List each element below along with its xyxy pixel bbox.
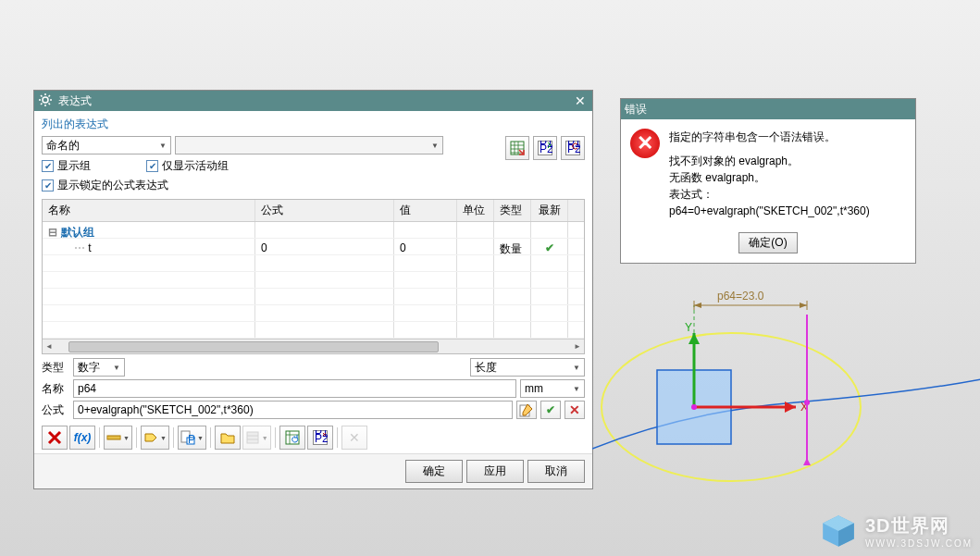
svg-point-0: [43, 97, 48, 103]
col-name[interactable]: 名称: [43, 200, 255, 221]
error-line3: 无函数 evalgraph。: [669, 169, 870, 186]
table-row[interactable]: ⋯ t 0 0 数量 ✔: [43, 239, 584, 255]
table-row[interactable]: [43, 272, 584, 289]
col-unit[interactable]: 单位: [457, 200, 494, 221]
error-titlebar[interactable]: 错误: [621, 99, 915, 119]
formula-edit-button[interactable]: [516, 401, 537, 419]
formula-accept-button[interactable]: ✔: [540, 401, 561, 419]
formula-input[interactable]: [73, 401, 513, 419]
name-input[interactable]: [73, 379, 516, 398]
origin-icon: [691, 404, 697, 410]
watermark: 3D世界网 WWW.3DSJW.COM: [819, 512, 973, 550]
section-header: 列出的表达式: [34, 111, 592, 136]
chevron-down-icon: ▼: [573, 364, 580, 372]
svg-marker-26: [694, 303, 701, 308]
sheet-p1-button[interactable]: P1=▼: [178, 426, 206, 450]
formula-reject-button[interactable]: ✕: [564, 401, 585, 419]
only-active-label: 仅显示活动组: [162, 158, 229, 174]
formula-label: 公式: [42, 402, 69, 418]
svg-marker-27: [800, 303, 807, 308]
error-dialog: 错误 ✕ 指定的字符串包含一个语法错误。 找不到对象的 evalgraph。 无…: [620, 98, 916, 264]
watermark-url: WWW.3DSJW.COM: [865, 538, 973, 549]
close-icon[interactable]: ✕: [572, 93, 589, 109]
unit-dropdown[interactable]: mm ▼: [520, 379, 585, 398]
toolbar: f(x) ▼ ▼ P1=▼ ▼ P1=P2= ✕: [34, 422, 592, 453]
chevron-down-icon: ▼: [431, 142, 439, 150]
col-formula[interactable]: 公式: [255, 200, 394, 221]
group-name: 默认组: [61, 226, 94, 239]
list-button: ▼: [242, 426, 271, 450]
col-value[interactable]: 值: [394, 200, 457, 221]
error-text: 指定的字符串包含一个语法错误。 找不到对象的 evalgraph。 无函数 ev…: [669, 129, 870, 219]
chevron-down-icon: ▼: [573, 385, 580, 393]
svg-text:P2=: P2=: [315, 432, 328, 445]
col-latest[interactable]: 最新: [531, 200, 568, 221]
type-label: 类型: [42, 360, 69, 376]
filter-dropdown[interactable]: ▼: [175, 136, 443, 154]
table-row[interactable]: [43, 289, 584, 305]
checkbox-checked-icon: ✔: [42, 160, 54, 172]
row-formula: 0: [255, 239, 394, 254]
length-dropdown[interactable]: 长度 ▼: [470, 358, 585, 377]
tag-button[interactable]: ▼: [141, 426, 169, 450]
unit-value: mm: [525, 382, 543, 395]
table-row[interactable]: [43, 322, 584, 339]
disabled-x-button: ✕: [341, 426, 367, 450]
dialog-title: 表达式: [58, 93, 572, 109]
row-latest-check-icon: ✔: [531, 239, 568, 254]
dialog-titlebar[interactable]: 表达式 ✕: [34, 91, 592, 111]
row-unit: [457, 239, 494, 254]
gear-icon: [38, 93, 53, 110]
show-locked-label: 显示锁定的公式表达式: [57, 178, 168, 193]
row-type: 数量: [494, 239, 531, 254]
named-dropdown-value: 命名的: [46, 138, 80, 154]
error-icon: ✕: [630, 129, 660, 158]
folder-button[interactable]: [215, 426, 241, 450]
p1p2-update-button[interactable]: P1=P2=: [533, 136, 557, 160]
svg-rect-13: [247, 432, 258, 443]
spreadsheet-export-button[interactable]: [505, 136, 529, 160]
show-group-label: 显示组: [57, 158, 91, 174]
row-value: 0: [394, 239, 457, 254]
scroll-thumb[interactable]: [68, 341, 439, 352]
col-type[interactable]: 类型: [494, 200, 531, 221]
svg-text:P1=: P1=: [188, 433, 195, 445]
apply-button[interactable]: 应用: [466, 460, 524, 483]
chevron-down-icon: ▼: [159, 142, 167, 150]
cancel-button[interactable]: 取消: [527, 460, 585, 483]
ok-button[interactable]: 确定: [405, 460, 463, 483]
delete-button[interactable]: [42, 426, 68, 450]
scroll-left-icon[interactable]: ◄: [43, 342, 56, 351]
svg-text:Y: Y: [685, 321, 692, 334]
collapse-icon[interactable]: ⊟: [48, 226, 57, 239]
length-value: 长度: [475, 360, 497, 376]
show-group-checkbox[interactable]: ✔ 显示组: [42, 158, 91, 174]
error-line4: 表达式：: [669, 186, 870, 203]
p1p2-refresh-button[interactable]: P1=P2=: [561, 136, 585, 160]
horizontal-scrollbar[interactable]: ◄ ►: [43, 339, 584, 353]
only-active-checkbox[interactable]: ✔ 仅显示活动组: [146, 158, 229, 174]
p1p2-sync-button[interactable]: P1=P2=: [307, 426, 333, 450]
table-group-row[interactable]: ⊟默认组: [43, 222, 584, 239]
row-name: t: [88, 241, 91, 254]
checkbox-checked-icon: ✔: [146, 160, 158, 172]
error-line1: 指定的字符串包含一个语法错误。: [669, 129, 870, 145]
refresh-sheet-button[interactable]: [279, 426, 305, 450]
named-dropdown[interactable]: 命名的 ▼: [42, 136, 171, 154]
scroll-right-icon[interactable]: ►: [571, 342, 584, 351]
expression-dialog: 表达式 ✕ 列出的表达式 命名的 ▼ ▼ ✔ 显示组: [33, 90, 593, 489]
cube-logo-icon: [819, 512, 858, 550]
error-ok-button[interactable]: 确定(O): [738, 232, 797, 253]
error-title: 错误: [625, 102, 912, 117]
dimension-label[interactable]: p64=23.0: [717, 290, 764, 303]
name-label: 名称: [42, 381, 69, 397]
type-dropdown[interactable]: 数字 ▼: [73, 358, 125, 377]
chevron-down-icon: ▼: [113, 364, 120, 372]
show-locked-checkbox[interactable]: ✔ 显示锁定的公式表达式: [42, 178, 168, 193]
measure-button[interactable]: ▼: [104, 426, 132, 450]
function-button[interactable]: f(x): [69, 426, 95, 450]
table-row[interactable]: [43, 255, 584, 272]
svg-text:P2=: P2=: [540, 142, 552, 155]
table-row[interactable]: [43, 305, 584, 322]
checkbox-checked-icon: ✔: [42, 179, 54, 192]
